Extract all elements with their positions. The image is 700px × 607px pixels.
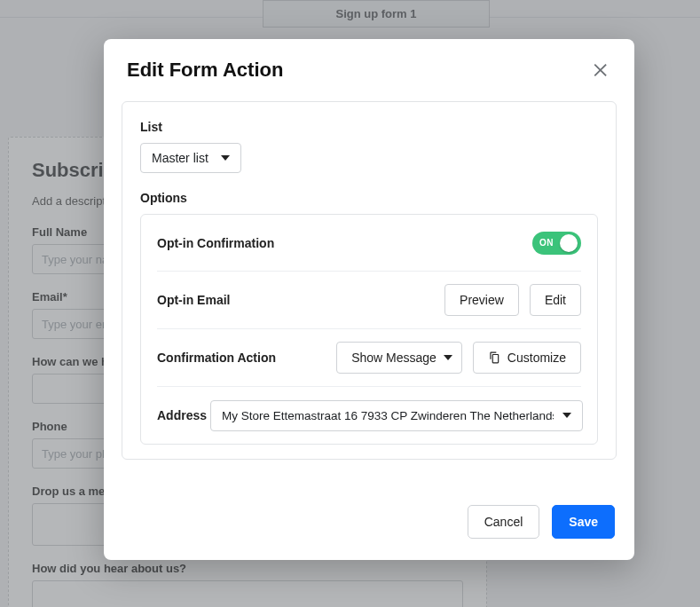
options-section-label: Options xyxy=(140,191,598,205)
edit-form-action-modal: Edit Form Action List Master list Option… xyxy=(104,39,634,560)
toggle-knob xyxy=(560,234,578,252)
customize-button[interactable]: Customize xyxy=(473,342,581,374)
address-value: My Store Ettemastraat 16 7933 CP Zwinder… xyxy=(222,409,554,422)
optin-confirmation-label: Opt-in Confirmation xyxy=(157,236,274,250)
edit-button[interactable]: Edit xyxy=(530,284,581,316)
confirmation-action-label: Confirmation Action xyxy=(157,351,276,365)
cancel-button[interactable]: Cancel xyxy=(468,505,540,539)
row-address: Address My Store Ettemastraat 16 7933 CP… xyxy=(157,387,581,444)
options-card: Opt-in Confirmation ON Opt-in Email Prev… xyxy=(140,214,598,445)
modal-title: Edit Form Action xyxy=(127,59,283,82)
modal-body: List Master list Options Opt-in Confirma… xyxy=(104,101,634,487)
row-confirmation-action: Confirmation Action Show Message Customi… xyxy=(157,329,581,387)
list-select[interactable]: Master list xyxy=(140,143,241,173)
save-button[interactable]: Save xyxy=(552,505,615,539)
list-select-value: Master list xyxy=(152,151,208,165)
optin-confirmation-toggle[interactable]: ON xyxy=(532,232,581,255)
copy-icon xyxy=(488,351,500,364)
address-select[interactable]: My Store Ettemastraat 16 7933 CP Zwinder… xyxy=(210,400,583,431)
preview-button[interactable]: Preview xyxy=(444,284,519,316)
row-optin-email: Opt-in Email Preview Edit xyxy=(157,272,581,329)
row-optin-confirmation: Opt-in Confirmation ON xyxy=(157,215,581,272)
confirmation-action-select[interactable]: Show Message xyxy=(336,342,462,374)
caret-down-icon xyxy=(444,353,452,362)
list-section-label: List xyxy=(140,120,598,134)
optin-email-label: Opt-in Email xyxy=(157,293,230,307)
toggle-on-text: ON xyxy=(539,238,554,248)
modal-header: Edit Form Action xyxy=(104,39,634,101)
confirmation-action-value: Show Message xyxy=(351,351,437,365)
address-label: Address xyxy=(157,408,210,422)
caret-down-icon xyxy=(562,409,571,422)
settings-panel: List Master list Options Opt-in Confirma… xyxy=(122,101,617,460)
close-icon[interactable] xyxy=(592,60,611,80)
caret-down-icon xyxy=(221,154,230,162)
modal-footer: Cancel Save xyxy=(104,487,634,560)
